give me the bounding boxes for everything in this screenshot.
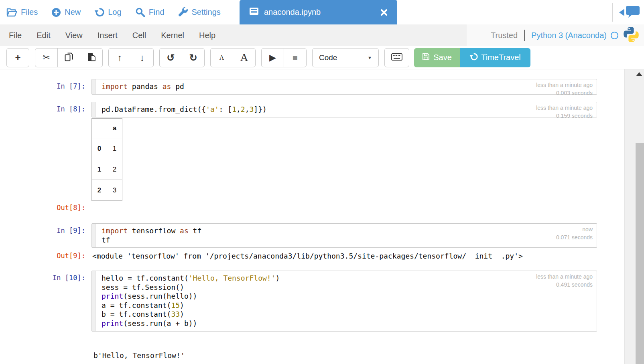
stream-output-10: b'Hello, TensorFlow!' 48 bbox=[93, 333, 185, 364]
decrease-font-button[interactable]: A bbox=[210, 48, 233, 67]
save-button[interactable]: Save bbox=[414, 48, 460, 67]
table-row: 0 1 bbox=[92, 138, 122, 159]
search-icon bbox=[135, 7, 145, 17]
menu-kernel[interactable]: Kernel bbox=[161, 31, 184, 40]
code-input-9[interactable]: import tensorflow as tf tf now0.071 seco… bbox=[91, 223, 597, 248]
plus-circle-icon bbox=[51, 8, 61, 17]
output-row-9: Out[9]: <module 'tensorflow' from '/proj… bbox=[0, 252, 597, 260]
menu-cell[interactable]: Cell bbox=[132, 31, 146, 40]
notebook-icon bbox=[249, 7, 259, 17]
timetravel-button[interactable]: TimeTravel bbox=[460, 48, 530, 67]
scissors-icon: ✂ bbox=[43, 53, 50, 62]
code-cell-7: In [7]: import pandas as pd less than a … bbox=[0, 79, 597, 95]
run-cell-button[interactable]: ▶ bbox=[261, 48, 284, 67]
cut-cell-button[interactable]: ✂ bbox=[35, 48, 58, 67]
table-row: 2 3 bbox=[92, 180, 122, 201]
cell-type-select[interactable]: Code ▼ bbox=[312, 48, 379, 67]
keyboard-shortcuts-button[interactable] bbox=[384, 48, 409, 67]
menu-insert[interactable]: Insert bbox=[98, 31, 118, 40]
menu-view[interactable]: View bbox=[65, 31, 83, 40]
new-label: New bbox=[65, 8, 81, 17]
code-input-8[interactable]: pd.DataFrame.from_dict({'a': [1,2,3]}) l… bbox=[91, 102, 597, 117]
code-line: b = tf.constant(33) bbox=[102, 310, 593, 319]
python-logo-icon bbox=[622, 26, 640, 45]
code-line: pd.DataFrame.from_dict({'a': [1,2,3]}) bbox=[102, 105, 593, 114]
scrollbar-track[interactable] bbox=[624, 69, 644, 364]
arrow-up-icon: ↑ bbox=[118, 53, 122, 63]
code-cell-8: In [8]: pd.DataFrame.from_dict({'a': [1,… bbox=[0, 102, 597, 117]
new-button[interactable]: New bbox=[51, 8, 81, 17]
cocalc-jupyter-window: Files New Log Find bbox=[0, 0, 644, 364]
tab-anaconda-ipynb[interactable]: anaconda.ipynb bbox=[240, 0, 397, 24]
stop-icon: ■ bbox=[293, 53, 298, 62]
topbar-divider bbox=[612, 3, 613, 22]
code-line: tf bbox=[102, 236, 593, 245]
cell-value: 1 bbox=[107, 138, 122, 159]
input-prompt-8: In [8]: bbox=[0, 105, 85, 113]
settings-label: Settings bbox=[192, 8, 221, 17]
folder-open-icon bbox=[6, 8, 17, 17]
chevron-down-icon: ▼ bbox=[368, 55, 372, 60]
row-index: 0 bbox=[92, 138, 107, 159]
redo-button[interactable]: ↻ bbox=[182, 48, 205, 67]
kernel-name[interactable]: Python 3 (Anaconda) bbox=[531, 31, 607, 40]
log-label: Log bbox=[108, 8, 121, 17]
find-label: Find bbox=[149, 8, 165, 17]
corner-cell bbox=[92, 119, 107, 138]
menu-help[interactable]: Help bbox=[199, 31, 215, 40]
cell-value: 3 bbox=[107, 180, 122, 201]
floppy-icon bbox=[422, 53, 430, 63]
input-prompt-9: In [9]: bbox=[0, 226, 85, 235]
files-button[interactable]: Files bbox=[6, 8, 38, 17]
paste-icon bbox=[87, 52, 96, 63]
code-input-7[interactable]: import pandas as pd less than a minute a… bbox=[91, 79, 597, 95]
code-line: print(sess.run(a + b)) bbox=[102, 319, 593, 328]
code-input-10[interactable]: hello = tf.constant('Hello, TensorFlow!'… bbox=[91, 271, 597, 332]
chat-bubble-icon[interactable] bbox=[626, 5, 640, 20]
kernel-separator bbox=[524, 30, 525, 41]
table-row: 1 2 bbox=[92, 159, 122, 180]
log-button[interactable]: Log bbox=[94, 7, 121, 17]
collapse-chat-caret-icon[interactable] bbox=[619, 9, 624, 16]
move-cell-down-button[interactable]: ↓ bbox=[131, 48, 154, 67]
scrollbar-thumb[interactable] bbox=[636, 143, 644, 364]
files-label: Files bbox=[21, 8, 38, 17]
add-cell-button[interactable]: + bbox=[6, 48, 29, 67]
row-index: 2 bbox=[92, 180, 107, 201]
undo-button[interactable]: ↺ bbox=[159, 48, 182, 67]
code-line: import pandas as pd bbox=[102, 82, 593, 91]
redo-icon: ↻ bbox=[189, 53, 197, 63]
code-cell-9: In [9]: import tensorflow as tf tf now0.… bbox=[0, 223, 597, 248]
close-tab-icon[interactable] bbox=[380, 9, 388, 16]
input-prompt-7: In [7]: bbox=[0, 82, 85, 90]
cell-value: 2 bbox=[107, 159, 122, 180]
cell-type-value: Code bbox=[319, 53, 337, 62]
copy-cell-button[interactable] bbox=[57, 48, 80, 67]
menu-file[interactable]: File bbox=[9, 31, 22, 40]
cell-gutter bbox=[92, 271, 95, 331]
increase-font-button[interactable]: A bbox=[233, 48, 256, 67]
notebook-area: In [7]: import pandas as pd less than a … bbox=[0, 69, 644, 364]
cell-gutter bbox=[92, 102, 95, 117]
find-button[interactable]: Find bbox=[135, 7, 165, 17]
settings-button[interactable]: Settings bbox=[178, 7, 221, 17]
paste-cell-button[interactable] bbox=[80, 48, 103, 67]
scroll-up-arrow-icon[interactable] bbox=[636, 72, 642, 76]
cell-gutter bbox=[92, 79, 95, 94]
tab-title: anaconda.ipynb bbox=[264, 8, 321, 17]
timetravel-label: TimeTravel bbox=[481, 53, 521, 62]
timetravel-history-icon bbox=[469, 53, 478, 63]
code-line: import tensorflow as tf bbox=[102, 226, 593, 236]
move-cell-up-button[interactable]: ↑ bbox=[108, 48, 131, 67]
large-a-icon: A bbox=[240, 51, 248, 64]
menu-edit[interactable]: Edit bbox=[37, 31, 50, 40]
wrench-icon bbox=[178, 7, 188, 17]
plus-icon: + bbox=[15, 53, 20, 63]
output-prompt-8: Out[8]: bbox=[0, 204, 85, 212]
code-line: hello = tf.constant('Hello, TensorFlow!'… bbox=[102, 274, 593, 283]
output-prompt-9: Out[9]: bbox=[0, 252, 85, 260]
dataframe-table: a 0 1 1 2 2 3 bbox=[91, 118, 122, 201]
row-index: 1 bbox=[92, 159, 107, 180]
stop-button[interactable]: ■ bbox=[284, 48, 307, 67]
undo-icon: ↺ bbox=[167, 53, 175, 63]
